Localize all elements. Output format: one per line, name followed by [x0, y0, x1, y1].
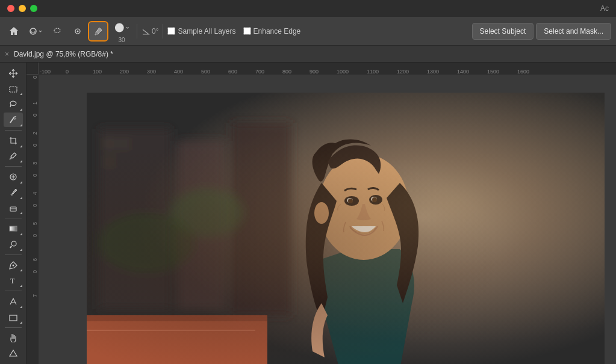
brush-dropdown-button[interactable]: [25, 22, 46, 40]
brush-size-group: 30: [111, 19, 132, 43]
lasso-button[interactable]: [48, 22, 66, 40]
brush-tool-button[interactable]: [4, 185, 23, 200]
left-separator-6: [5, 327, 22, 328]
separator-1: [137, 24, 137, 39]
ruler-label: 900: [310, 69, 319, 75]
gradient-tool-button[interactable]: [4, 221, 23, 236]
ruler-label: 2: [32, 132, 38, 135]
heal-tool-icon: [8, 172, 18, 182]
triangle-indicator: [20, 248, 22, 251]
ruler-corner: [26, 63, 39, 75]
ruler-label: 200: [120, 69, 129, 75]
brush-size-button[interactable]: [111, 19, 132, 37]
eyedropper-tool-icon: [8, 151, 18, 161]
main-toolbar: 30 0° Sample All Layers Enhance Edge Sel…: [0, 17, 616, 46]
maximize-button[interactable]: [30, 5, 37, 12]
zoom-tool-button[interactable]: [4, 346, 23, 360]
shape-tool-button[interactable]: [4, 310, 23, 324]
traffic-lights: [7, 5, 37, 12]
angle-icon: [142, 27, 150, 35]
dodge-tool-button[interactable]: [4, 237, 23, 251]
ruler-label: 100: [93, 69, 102, 75]
magic-wand-tool-button[interactable]: [4, 113, 23, 127]
ruler-label: 700: [255, 69, 264, 75]
hand-tool-button[interactable]: [4, 330, 23, 345]
ruler-label: 0: [32, 144, 38, 147]
crop-tool-button[interactable]: [4, 134, 23, 148]
brush-icon: [28, 26, 38, 36]
eyedropper-tool-button[interactable]: [4, 149, 23, 164]
active-tool-button[interactable]: [89, 22, 107, 40]
ruler-label: 0: [32, 234, 38, 237]
canvas-content: [39, 75, 616, 364]
title-bar: Ac: [0, 0, 616, 17]
text-tool-button[interactable]: T: [4, 273, 23, 288]
text-tool-icon: T: [8, 276, 18, 285]
ruler-label: 5: [32, 222, 38, 225]
heal-tool-button[interactable]: [4, 170, 23, 184]
home-button[interactable]: [5, 22, 23, 40]
photo-background: [87, 93, 605, 364]
ruler-label: 6: [32, 258, 38, 261]
ruler-label: 1300: [427, 69, 439, 75]
ruler-label: 4: [32, 192, 38, 195]
dropdown-arrow-icon: [38, 29, 43, 34]
ruler-label: 1000: [337, 69, 349, 75]
magic-wand-button[interactable]: [69, 22, 87, 40]
eraser-tool-button[interactable]: [4, 201, 23, 215]
ruler-label: 0: [32, 204, 38, 207]
ruler-label: 500: [201, 69, 210, 75]
select-subject-button[interactable]: Select Subject: [472, 23, 534, 40]
path-tool-button[interactable]: [4, 294, 23, 309]
svg-rect-5: [10, 87, 17, 92]
svg-point-6: [10, 158, 11, 159]
triangle-indicator: [20, 93, 22, 95]
left-separator-5: [5, 291, 22, 291]
ruler-top: -100 0 100 200 300 400 500 600 700 800 9…: [39, 63, 616, 75]
app-title: Ac: [600, 4, 609, 13]
brush-tool-icon: [8, 188, 18, 197]
svg-point-8: [10, 194, 13, 196]
home-icon: [8, 26, 19, 37]
zoom-tool-icon: [8, 348, 18, 358]
ruler-label: 600: [228, 69, 237, 75]
marquee-tool-button[interactable]: [4, 82, 23, 96]
brush-size-circle-icon: [114, 22, 125, 34]
svg-point-4: [115, 23, 124, 32]
path-tool-icon: [8, 297, 18, 306]
tab-close-button[interactable]: ×: [5, 50, 9, 58]
tab-bar: × David.jpg @ 75,8% (RGB/8#) *: [0, 46, 616, 63]
ruler-label: 1500: [487, 69, 499, 75]
left-separator-2: [5, 166, 22, 167]
magic-wand-tool-icon: [8, 115, 18, 125]
ruler-label: 0: [32, 114, 38, 117]
move-tool-button[interactable]: [4, 66, 23, 81]
ruler-label: 0: [32, 76, 38, 79]
canvas-area: -100 0 100 200 300 400 500 600 700 800 9…: [26, 63, 616, 364]
lasso-icon: [52, 26, 62, 36]
ruler-label: 0: [32, 270, 38, 273]
enhance-edge-checkbox[interactable]: [243, 27, 251, 35]
ruler-label: 0: [32, 174, 38, 177]
lasso-tool-button[interactable]: [4, 97, 23, 111]
active-brush-icon: [93, 26, 103, 36]
shape-tool-icon: [8, 312, 18, 322]
triangle-indicator: [20, 197, 22, 199]
ruler-label: 1400: [457, 69, 469, 75]
sample-all-layers-checkbox[interactable]: [167, 27, 175, 35]
triangle-indicator: [20, 285, 22, 287]
tab-title: David.jpg @ 75,8% (RGB/8#) *: [14, 50, 113, 58]
ruler-label: 3: [32, 162, 38, 165]
select-and-mask-button[interactable]: Select and Mask...: [536, 23, 611, 40]
minimize-button[interactable]: [19, 5, 26, 12]
enhance-edge-group: Enhance Edge: [243, 27, 301, 35]
pen-tool-button[interactable]: [4, 258, 23, 273]
svg-point-2: [77, 30, 79, 32]
ruler-label: 0: [66, 69, 69, 75]
ruler-label: 1200: [397, 69, 409, 75]
brush-size-label: 30: [118, 37, 125, 43]
hand-tool-icon: [8, 333, 18, 342]
ruler-left: 0 1 0 2 0 3 0 4 0 5 0 6 0 7: [26, 75, 39, 364]
photo-overlay: [87, 93, 605, 364]
close-button[interactable]: [7, 5, 14, 12]
